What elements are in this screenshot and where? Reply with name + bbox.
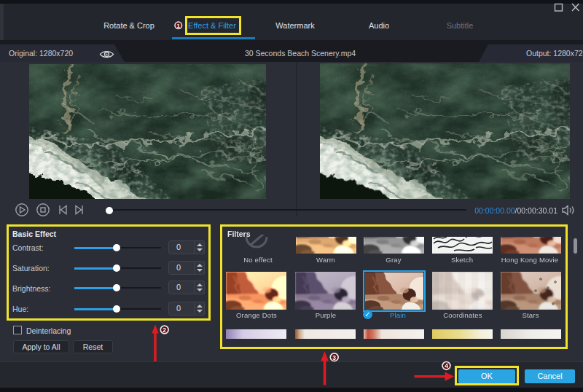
svg-text:2: 2 xyxy=(163,326,166,334)
svg-text:3: 3 xyxy=(332,354,336,361)
